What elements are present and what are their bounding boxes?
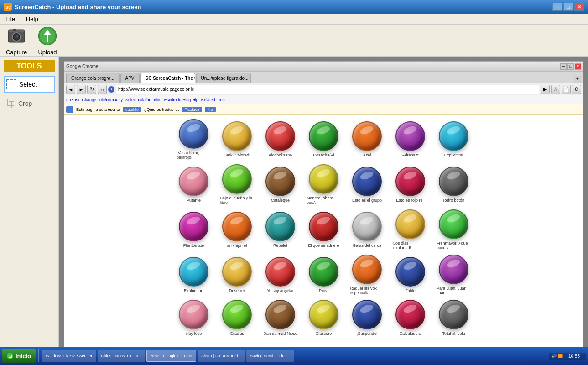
- browser-title: Google Chrome: [66, 64, 99, 69]
- nav-bookmark[interactable]: ☆: [551, 85, 560, 94]
- browser-maximize[interactable]: □: [567, 63, 574, 70]
- upload-button[interactable]: Upload: [36, 25, 58, 56]
- translate-btn[interactable]: Traducir: [182, 107, 203, 112]
- nav-more-button[interactable]: ▶: [541, 85, 550, 94]
- button-crimson-4[interactable]: [395, 300, 425, 329]
- back-button[interactable]: ◄: [66, 85, 75, 94]
- button-gray-4[interactable]: [439, 300, 468, 329]
- browser-tab-0[interactable]: Orange cola progra...: [66, 73, 120, 83]
- button-item-2-5: Los dias explanad!: [393, 209, 427, 250]
- bookmark-4[interactable]: Related Free...: [201, 98, 229, 102]
- translate-bar: T Esta pagina esta escrita catalão ¿Quie…: [64, 104, 583, 115]
- translate-catalán-btn[interactable]: catalão: [123, 107, 141, 112]
- capture-button[interactable]: Capture: [5, 25, 27, 56]
- button-darkblue-4[interactable]: [352, 300, 382, 329]
- svg-point-6: [16, 35, 18, 37]
- nav-settings[interactable]: ⚙: [572, 85, 581, 94]
- select-tool[interactable]: Select: [4, 76, 55, 93]
- button-label-4-1: Gracias: [230, 331, 244, 336]
- button-red-3[interactable]: [265, 257, 295, 287]
- start-button[interactable]: ⊞ Inicio: [2, 349, 36, 363]
- taskbar: ⊞ Inicio Windows Live Messenger Citius m…: [0, 347, 588, 365]
- reload-button[interactable]: ↻: [87, 85, 96, 94]
- no-translate-btn[interactable]: No: [205, 107, 216, 112]
- taskbar-item-2[interactable]: BPM - Google Chrome: [146, 350, 196, 362]
- tray-icons: 🔊 📶: [552, 354, 563, 358]
- button-yellow-1[interactable]: [309, 164, 338, 194]
- taskbar-item-0[interactable]: Windows Live Messenger: [42, 350, 96, 362]
- select-label: Select: [19, 81, 37, 88]
- button-brightgreen-2[interactable]: [439, 209, 468, 239]
- button-item-0-0: ¡Vas a filtrar, pelirrojo!: [177, 119, 211, 160]
- browser-tab-1[interactable]: APV: [120, 73, 140, 83]
- title-bar-text: ScreenCatch - Upload and share your scre…: [15, 4, 141, 10]
- button-pink-1[interactable]: [179, 167, 208, 196]
- bookmark-2[interactable]: Select cola/premios: [125, 98, 161, 102]
- home-button[interactable]: ⌂: [98, 85, 107, 94]
- url-bar[interactable]: [116, 85, 539, 94]
- bookmark-3[interactable]: Escritorio-Blog-Hip: [164, 98, 198, 102]
- button-brown-4[interactable]: [265, 300, 295, 329]
- button-label-3-4: Raquel las vox especualia: [350, 286, 384, 295]
- taskbar-item-3[interactable]: Alerta | Diera Martíri...: [198, 350, 245, 362]
- button-limegreen-4[interactable]: [222, 300, 252, 329]
- minimize-button[interactable]: ─: [552, 3, 562, 11]
- button-darkred-2[interactable]: [309, 212, 338, 241]
- menu-file[interactable]: File: [4, 15, 17, 23]
- button-green-3[interactable]: [309, 257, 338, 287]
- close-button[interactable]: ✕: [574, 3, 584, 11]
- browser-minimize[interactable]: ─: [560, 63, 567, 70]
- button-item-0-1: Dark! Colored!: [220, 121, 254, 157]
- button-gray-1[interactable]: [439, 167, 468, 196]
- button-darkblue-1[interactable]: [352, 167, 382, 196]
- button-darkblue-3[interactable]: [395, 257, 425, 287]
- button-purple-3[interactable]: [439, 255, 468, 284]
- button-label-1-4: Esto es el grupo: [352, 198, 382, 203]
- bookmark-1[interactable]: Change cola/company: [82, 98, 123, 102]
- upload-label: Upload: [38, 49, 57, 56]
- button-orange-2[interactable]: [222, 212, 252, 241]
- menu-help[interactable]: Help: [24, 15, 40, 23]
- bookmark-0[interactable]: F-Piast: [66, 98, 79, 102]
- button-magenta-2[interactable]: [179, 212, 208, 241]
- button-item-1-2: Cataleque: [263, 167, 297, 203]
- button-gold-3[interactable]: [222, 257, 252, 287]
- button-label-1-1: Bajo el sueño y la libre: [220, 196, 254, 205]
- button-silver-2[interactable]: [352, 212, 382, 241]
- crop-icon: [5, 99, 16, 109]
- taskbar-item-1[interactable]: Citius manos: Guitar...: [98, 350, 146, 362]
- main-layout: TOOLS Select Crop Google Chrome ─ □: [0, 57, 588, 365]
- crop-tool[interactable]: Crop: [4, 96, 55, 111]
- button-orange-3[interactable]: [352, 255, 382, 284]
- nav-page[interactable]: 📄: [562, 85, 571, 94]
- button-red-0[interactable]: [265, 121, 295, 151]
- button-brown-1[interactable]: [265, 167, 295, 196]
- button-label-3-3: Prov!: [319, 288, 328, 293]
- button-limegreen-1[interactable]: [222, 164, 252, 194]
- taskbar-item-4[interactable]: Saving Send ur Illus...: [246, 350, 294, 362]
- button-gold-2[interactable]: [395, 209, 425, 239]
- button-crimson-1[interactable]: [395, 167, 425, 196]
- svg-rect-7: [13, 29, 16, 31]
- browser-close[interactable]: ✕: [575, 63, 581, 70]
- button-green-0[interactable]: [309, 121, 338, 151]
- button-gold-0[interactable]: [222, 121, 252, 151]
- button-blue-0[interactable]: [179, 119, 208, 149]
- new-tab-button[interactable]: +: [574, 76, 581, 83]
- taskbar-clock: 10:55: [565, 354, 583, 359]
- bookmarks-bar: F-Piast Change cola/company Select cola/…: [64, 95, 583, 104]
- browser-tab-2[interactable]: SC ScreenCatch - The Simpl...: [140, 73, 195, 83]
- forward-button[interactable]: ►: [77, 85, 86, 94]
- button-teal-2[interactable]: [265, 212, 295, 241]
- browser-window: Google Chrome ─ □ ✕ Orange cola progra..…: [64, 61, 583, 360]
- maximize-button[interactable]: □: [563, 3, 573, 11]
- browser-tab-3[interactable]: Un.../upload figura do...: [196, 73, 251, 83]
- button-yellow-4[interactable]: [309, 300, 338, 329]
- title-bar-controls: ─ □ ✕: [552, 3, 584, 11]
- button-cyan-3[interactable]: [179, 257, 208, 287]
- button-item-2-3: El que se adriere: [307, 212, 341, 248]
- button-pink-4[interactable]: [179, 300, 208, 329]
- button-purple-0[interactable]: [395, 121, 425, 151]
- button-orange-0[interactable]: [352, 121, 382, 151]
- button-cyan-0[interactable]: [439, 121, 468, 151]
